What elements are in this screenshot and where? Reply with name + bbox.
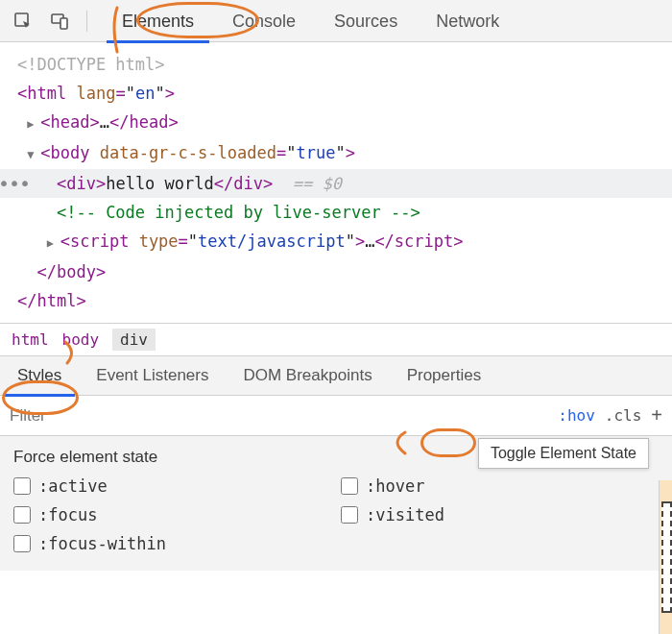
tab-console[interactable]: Console [213, 1, 315, 41]
dom-html-open[interactable]: <html lang="en"> [17, 79, 672, 108]
dom-script[interactable]: ▶<script type="text/javascript">…</scrip… [17, 227, 672, 257]
check-visited[interactable]: :visited [341, 505, 659, 524]
dom-body-open[interactable]: ▼<body data-gr-c-s-loaded="true"> [17, 138, 672, 169]
checkbox-focus-within[interactable] [13, 535, 31, 552]
dom-body-close[interactable]: </body> [17, 257, 672, 286]
svg-rect-2 [60, 18, 67, 29]
check-active[interactable]: :active [13, 476, 331, 496]
devtools-top-toolbar: Elements Console Sources Network [0, 0, 672, 42]
dom-selected-row[interactable]: ••• <div>hello world</div> == $0 [0, 169, 672, 198]
tab-elements[interactable]: Elements [103, 1, 213, 41]
hov-toggle-button[interactable]: :hov [558, 406, 595, 425]
box-model-preview [659, 480, 672, 634]
crumb-html[interactable]: html [12, 330, 49, 349]
cls-toggle-button[interactable]: .cls [605, 406, 642, 425]
dom-comment[interactable]: <!-- Code injected by live-server --> [17, 198, 672, 227]
checkbox-active[interactable] [13, 477, 31, 495]
dom-html-close[interactable]: </html> [17, 286, 672, 315]
dom-head[interactable]: ▶<head>…</head> [17, 108, 672, 138]
crumb-body[interactable]: body [62, 330, 100, 349]
ellipsis-icon[interactable]: ••• [0, 169, 30, 198]
tab-dom-breakpoints[interactable]: DOM Breakpoints [226, 356, 389, 395]
panel-tabs: Elements Console Sources Network [103, 0, 518, 41]
tab-event-listeners[interactable]: Event Listeners [79, 356, 226, 395]
styles-tabs: Styles Event Listeners DOM Breakpoints P… [0, 355, 672, 396]
breadcrumb: html body div [0, 323, 672, 355]
check-focus-within[interactable]: :focus-within [13, 534, 331, 553]
tab-properties[interactable]: Properties [390, 356, 498, 395]
styles-filter-row: :hov .cls + Toggle Element State [0, 396, 672, 436]
check-focus[interactable]: :focus [13, 505, 331, 524]
styles-filter-input[interactable] [10, 406, 548, 426]
tab-network[interactable]: Network [417, 1, 518, 41]
device-toolbar-icon[interactable] [48, 10, 71, 33]
tab-styles[interactable]: Styles [0, 356, 79, 395]
new-style-rule-button[interactable]: + [651, 404, 662, 427]
checkbox-visited[interactable] [341, 506, 358, 524]
dom-tree[interactable]: <!DOCTYPE html> <html lang="en"> ▶<head>… [0, 42, 672, 323]
dom-doctype[interactable]: <!DOCTYPE html> [17, 50, 672, 79]
crumb-div[interactable]: div [112, 329, 156, 351]
tooltip: Toggle Element State [478, 438, 649, 469]
checkbox-focus[interactable] [13, 506, 31, 524]
tab-sources[interactable]: Sources [315, 1, 417, 41]
separator [86, 11, 87, 32]
inspect-element-icon[interactable] [12, 10, 35, 33]
check-hover[interactable]: :hover [341, 476, 659, 496]
checkbox-hover[interactable] [341, 477, 358, 495]
